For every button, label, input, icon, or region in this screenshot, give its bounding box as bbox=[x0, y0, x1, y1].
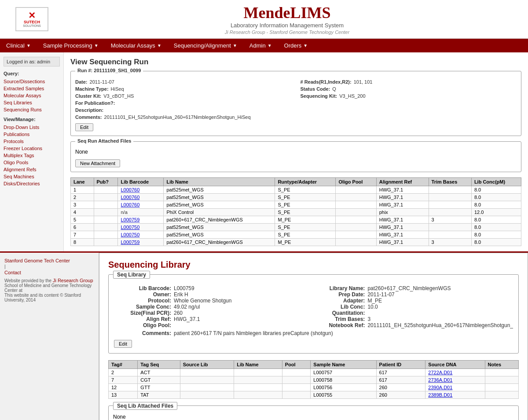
seq-kit-value: V3_HS_200 bbox=[339, 93, 365, 99]
nav-orders[interactable]: Orders ▼ bbox=[278, 39, 314, 52]
school-text: School of Medicine and Genome Technology… bbox=[4, 283, 94, 293]
sidebar-dropdown-lists[interactable]: Drop-Down Lists bbox=[4, 124, 60, 131]
run-edit-button[interactable]: Edit bbox=[75, 123, 93, 131]
col-lib-barcode: Lib Barcode bbox=[118, 178, 164, 186]
seq-lib-panel-title: Seq Library bbox=[113, 271, 150, 279]
align-ref-value: HWG_37.1 bbox=[174, 316, 200, 322]
seq-lib-panel: Seq Library Lib Barcode: L000759 Owner: … bbox=[108, 274, 519, 354]
tag-col-sample-name: Sample Name bbox=[311, 361, 376, 369]
sidebar-source-dissections[interactable]: Source/Dissections bbox=[4, 78, 60, 85]
admin-arrow-icon: ▼ bbox=[268, 43, 272, 48]
sidebar-disks-directories[interactable]: Disks/Directories bbox=[4, 180, 60, 187]
col-lib-name: Lib Name bbox=[164, 178, 275, 186]
pub-label: For Publication?: bbox=[75, 100, 115, 106]
source-dna-link[interactable]: 2722A.D01 bbox=[428, 370, 452, 375]
sidebar-extracted-samples[interactable]: Extracted Samples bbox=[4, 85, 60, 92]
sidebar-protocols[interactable]: Protocols bbox=[4, 138, 60, 145]
lib-conc-value: 10.0 bbox=[367, 304, 378, 310]
notebook-ref-value: 20111101_EH_525shotgunHua_260+617Nimbleg… bbox=[367, 322, 513, 328]
source-dna-link[interactable]: 2389B.D01 bbox=[428, 392, 452, 398]
list-item: 2 bbox=[109, 369, 138, 376]
col-align: Alignment Ref bbox=[376, 178, 429, 186]
barcode-link[interactable]: L000760 bbox=[121, 202, 139, 207]
lib-barcode-label: Lib Barcode: bbox=[114, 285, 171, 291]
sidebar: Logged in as: admin Query: Source/Dissec… bbox=[0, 52, 64, 251]
footer-area: Stanford Genome Tech Center | Contact We… bbox=[0, 253, 99, 420]
oligo-pool-label: Oligo Pool: bbox=[114, 322, 171, 328]
machine-label: Machine Type: bbox=[75, 86, 109, 92]
list-item: 12 bbox=[109, 384, 138, 391]
contact-link[interactable]: Contact bbox=[4, 269, 94, 276]
reads-value: 101, 101 bbox=[354, 79, 373, 85]
attached-files-title: Seq Lib Attached Files bbox=[113, 402, 177, 410]
nav-admin[interactable]: Admin ▼ bbox=[243, 39, 278, 52]
source-dna-link[interactable]: 2736A.D01 bbox=[428, 377, 452, 383]
sidebar-publications[interactable]: Publications bbox=[4, 131, 60, 138]
barcode-link[interactable]: L000760 bbox=[121, 195, 139, 200]
cluster-value: V3_cBOT_HS bbox=[103, 93, 134, 99]
quantitation-label: Quantitation: bbox=[308, 310, 365, 316]
cluster-label: Cluster Kit: bbox=[75, 93, 101, 99]
attached-files-none: None bbox=[113, 414, 514, 420]
barcode-link[interactable]: L000760 bbox=[121, 187, 139, 192]
sidebar-multiplex-tags[interactable]: Multiplex Tags bbox=[4, 152, 60, 159]
prep-date-label: Prep Date: bbox=[308, 291, 365, 298]
trim-bases-value: 3 bbox=[367, 316, 370, 322]
query-section-title: Query: bbox=[4, 71, 60, 76]
sidebar-freezer-locations[interactable]: Freezer Locations bbox=[4, 145, 60, 152]
sample-conc-value: 49.02 ng/ul bbox=[174, 304, 200, 310]
nav-molecular-assays[interactable]: Molecular Assays ▼ bbox=[105, 39, 168, 52]
tag-col-patient-id: Patient ID bbox=[376, 361, 425, 369]
sidebar-alignment-refs[interactable]: Alignment Refs bbox=[4, 166, 60, 173]
clinical-arrow-icon: ▼ bbox=[26, 43, 31, 48]
barcode-link[interactable]: L000759 bbox=[121, 239, 139, 245]
tag-col-source-dna: Source DNA bbox=[425, 361, 485, 369]
main-nav: Clinical ▼ Sample Processing ▼ Molecular… bbox=[0, 39, 528, 52]
run-info-panel: Run #: 20111109_SH1_0099 Date: 2011-11-0… bbox=[70, 71, 521, 136]
protocol-label: Protocol: bbox=[114, 298, 171, 304]
main-content: View Sequencing Run Run #: 20111109_SH1_… bbox=[64, 52, 528, 251]
tags-table: Tag# Tag Seq Source Lib Lib Name Pool Sa… bbox=[108, 360, 519, 399]
sidebar-seq-libraries[interactable]: Seq Libraries bbox=[4, 99, 60, 106]
lib-name-label: Library Name: bbox=[308, 285, 365, 291]
barcode-link[interactable]: L000750 bbox=[121, 225, 139, 230]
source-dna-link[interactable]: 2390A.D01 bbox=[428, 385, 452, 390]
nav-sample-processing[interactable]: Sample Processing ▼ bbox=[37, 39, 105, 52]
sidebar-molecular-assays[interactable]: Molecular Assays bbox=[4, 92, 60, 99]
page-title: View Sequencing Run bbox=[70, 58, 521, 66]
sidebar-oligo-pools[interactable]: Oligo Pools bbox=[4, 159, 60, 166]
seq-files-panel: Seq Run Attached Files None New Attachme… bbox=[70, 141, 521, 172]
gtc-link[interactable]: Stanford Genome Tech Center bbox=[4, 257, 94, 264]
list-item: 7 bbox=[109, 376, 138, 384]
seq-kit-label: Sequencing Kit: bbox=[301, 93, 337, 99]
nav-sequencing-alignment[interactable]: Sequencing/Alignment ▼ bbox=[168, 39, 243, 52]
desc-label: Description: bbox=[75, 107, 103, 113]
owner-label: Owner: bbox=[114, 291, 171, 298]
table-row: 6 bbox=[71, 224, 94, 231]
sidebar-seq-machines[interactable]: Seq Machines bbox=[4, 173, 60, 180]
sequencing-alignment-arrow-icon: ▼ bbox=[233, 43, 237, 48]
date-label: Date: bbox=[75, 79, 88, 85]
col-lane: Lane bbox=[71, 178, 94, 186]
tag-col-pool: Pool bbox=[282, 361, 311, 369]
adapter-value: M_PE bbox=[367, 298, 382, 304]
lib-conc-label: Lib Conc: bbox=[308, 304, 365, 310]
tag-col-lib-name: Lib Name bbox=[234, 361, 282, 369]
seq-lib-edit-button[interactable]: Edit bbox=[114, 340, 132, 348]
reads-label: # Reads(R1,Index,R2): bbox=[301, 79, 352, 85]
table-row: 5 bbox=[71, 216, 94, 224]
status-value: Q bbox=[332, 86, 336, 92]
size-value: 260 bbox=[174, 310, 183, 316]
nav-clinical[interactable]: Clinical ▼ bbox=[0, 39, 37, 52]
new-attachment-button[interactable]: New Attachment bbox=[75, 159, 120, 167]
prep-date-value: 2011-11-07 bbox=[367, 291, 394, 298]
sidebar-sequencing-runs[interactable]: Sequencing Runs bbox=[4, 106, 60, 113]
barcode-link[interactable]: L000750 bbox=[121, 232, 139, 237]
sample-conc-label: Sample Conc: bbox=[114, 304, 171, 310]
comments-val: patient 260+617 T/N pairs Nimblegen libr… bbox=[174, 330, 333, 336]
barcode-link[interactable]: L000759 bbox=[121, 217, 139, 222]
seq-files-none: None bbox=[75, 149, 517, 155]
tag-col-seq: Tag Seq bbox=[138, 361, 180, 369]
table-row: 7 bbox=[71, 231, 94, 239]
orders-arrow-icon: ▼ bbox=[303, 43, 308, 48]
